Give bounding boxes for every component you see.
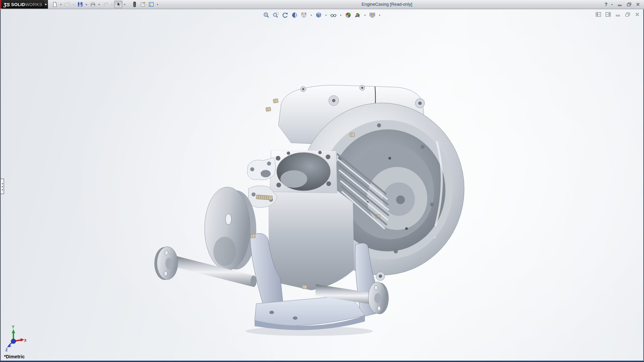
select-tool-dropdown[interactable]: ▾ [122, 1, 127, 8]
hide-show-items-dropdown[interactable]: ▾ [339, 11, 343, 19]
view-settings-button[interactable] [368, 11, 376, 19]
app-close-button[interactable] [635, 1, 641, 8]
minimize-icon [618, 2, 622, 7]
zoom-to-fit-icon [263, 12, 270, 18]
logo-red-strip [0, 0, 1, 9]
new-document-dropdown[interactable]: ▾ [59, 1, 63, 8]
app-restore-button[interactable] [626, 1, 632, 8]
view-orientation-button[interactable] [300, 11, 308, 19]
new-document-button[interactable] [50, 1, 59, 8]
view-orientation-cube-icon [301, 12, 307, 18]
brand-works: WORKS [25, 2, 42, 7]
apply-scene-icon [354, 12, 361, 18]
doc-minimize-button[interactable] [614, 11, 621, 17]
close-icon [635, 12, 640, 17]
eyeglasses-icon [330, 12, 337, 18]
3d-viewport[interactable]: ▾ ▾ ▾ [0, 9, 644, 362]
view-orientation-dropdown[interactable]: ▾ [309, 11, 313, 19]
zoom-to-area-icon [272, 12, 279, 18]
panel-tab-arrow-icon: ◂ [2, 185, 3, 188]
panel-tab-arrow-icon: ◂ [2, 182, 3, 185]
window-title: EngineCasing [Read-only] [362, 2, 412, 7]
options-checklist-button[interactable] [147, 1, 155, 8]
zoom-to-fit-button[interactable] [262, 11, 270, 19]
show-left-pane-button[interactable] [595, 11, 602, 17]
edit-note-button[interactable] [139, 1, 147, 8]
restore-icon [625, 12, 631, 17]
doc-restore-button[interactable] [624, 11, 631, 17]
view-orientation-label: *Dimetric [4, 354, 24, 359]
new-document-icon [52, 1, 58, 7]
titlebar-controls: ? ▾ [604, 0, 641, 9]
engine-casing-3d-model [1, 9, 644, 362]
model-left-disc [205, 187, 256, 270]
view-settings-monitor-icon [369, 12, 376, 18]
close-icon [636, 2, 640, 7]
save-dropdown[interactable]: ▾ [84, 1, 89, 8]
apply-scene-button[interactable] [354, 11, 362, 19]
apply-scene-dropdown[interactable]: ▾ [363, 11, 367, 19]
previous-view-button[interactable] [281, 11, 289, 19]
save-floppy-icon [77, 1, 83, 7]
hide-show-items-button[interactable] [329, 11, 337, 19]
logo-3ds-mark: ƷS [3, 2, 10, 7]
appearance-ball-icon [345, 12, 352, 18]
edit-appearance-button[interactable] [344, 11, 352, 19]
headsup-view-toolbar: ▾ ▾ ▾ [1, 11, 643, 19]
print-icon [90, 1, 96, 7]
help-dropdown[interactable]: ▾ [610, 1, 614, 8]
macro-traffic-light-button[interactable] [130, 1, 139, 8]
select-cursor-icon [115, 1, 121, 7]
view-settings-dropdown[interactable]: ▾ [378, 11, 382, 19]
options-checklist-icon [148, 1, 154, 7]
show-right-pane-icon [605, 12, 611, 17]
menu-flyout-arrow[interactable]: ▶ [44, 0, 48, 9]
open-dropdown[interactable]: ▾ [71, 1, 76, 8]
triad-y-label: Y [12, 325, 14, 329]
solidworks-logo: ƷS SOLIDWORKS [0, 0, 44, 9]
title-bar: ƷS SOLIDWORKS ▶ ▾ ▾ [0, 0, 644, 9]
undo-dropdown[interactable]: ▾ [110, 1, 114, 8]
triad-z-label: Z [5, 348, 8, 352]
previous-view-icon [282, 12, 288, 18]
section-view-icon [291, 12, 298, 18]
reference-triad: Y X Z [3, 324, 26, 352]
minimize-icon [615, 12, 621, 17]
undo-button[interactable] [101, 1, 110, 8]
doc-close-button[interactable] [634, 11, 641, 17]
zoom-to-area-button[interactable] [272, 11, 280, 19]
undo-icon [103, 1, 109, 7]
print-button[interactable] [89, 1, 97, 8]
save-button[interactable] [76, 1, 84, 8]
select-tool-button[interactable] [114, 1, 122, 8]
document-window-controls [595, 11, 641, 17]
show-left-pane-icon [595, 12, 601, 17]
print-dropdown[interactable]: ▾ [97, 1, 101, 8]
help-question-icon[interactable]: ? [604, 2, 607, 7]
display-style-dropdown[interactable]: ▾ [324, 11, 328, 19]
brand-solid: SOLID [11, 2, 25, 7]
section-view-button[interactable] [290, 11, 299, 19]
traffic-light-icon [131, 1, 138, 7]
display-style-button[interactable] [315, 11, 323, 19]
feature-manager-collapsed-tab[interactable]: ◂ ◂ ◂ [1, 179, 4, 194]
app-minimize-button[interactable] [616, 1, 623, 8]
display-style-cube-icon [315, 12, 322, 18]
options-checklist-dropdown[interactable]: ▾ [155, 1, 160, 8]
standard-toolbar: ▾ ▾ ▾ [50, 0, 160, 8]
open-button[interactable] [63, 1, 71, 8]
show-right-pane-button[interactable] [605, 11, 611, 17]
triad-x-label: X [24, 338, 26, 343]
edit-note-icon [140, 1, 146, 7]
open-folder-icon [64, 1, 70, 7]
restore-icon [627, 2, 632, 7]
panel-tab-arrow-icon: ◂ [2, 188, 3, 191]
